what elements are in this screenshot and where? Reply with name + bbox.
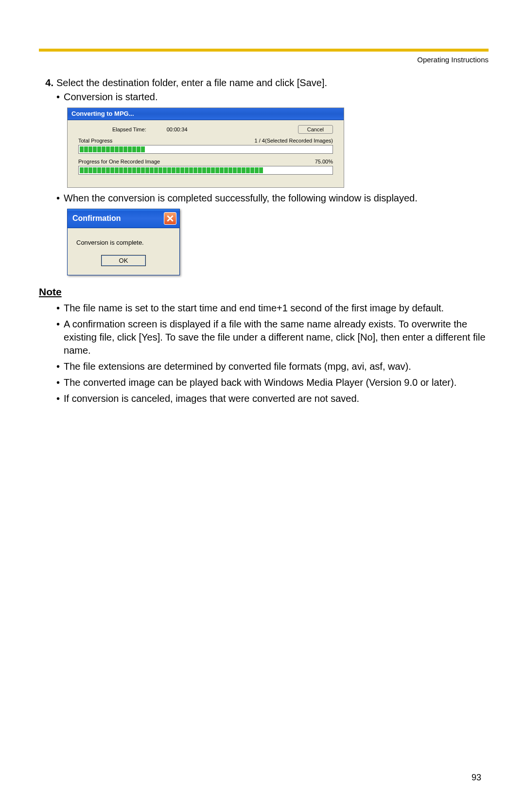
note-item: The file name is set to the start time a… — [64, 302, 444, 315]
bullet-dot: • — [56, 376, 60, 389]
elapsed-time-label: Elapsed Time: — [112, 126, 146, 132]
bullet-text-completion-window: When the conversion is completed success… — [64, 193, 418, 204]
one-image-progress-label: Progress for One Recorded Image — [78, 159, 160, 164]
confirmation-titlebar: Confirmation — [67, 209, 180, 228]
bullet-dot: • — [56, 91, 60, 103]
one-image-progress-percent: 75.00% — [315, 159, 333, 164]
dialog-title: Converting to MPG... — [71, 110, 134, 117]
one-image-progress-bar — [78, 166, 333, 175]
note-item: A confirmation screen is displayed if a … — [64, 318, 489, 357]
cancel-button[interactable]: Cancel — [298, 125, 333, 134]
note-list: •The file name is set to the start time … — [56, 302, 489, 405]
top-divider — [39, 49, 489, 52]
step-instruction: Select the destination folder, enter a f… — [56, 77, 489, 89]
step-number: 4. — [39, 77, 53, 89]
bullet-dot: • — [56, 318, 60, 357]
note-heading: Note — [39, 286, 489, 298]
bullet-dot: • — [56, 302, 60, 315]
close-icon — [167, 215, 174, 222]
header-text: Operating Instructions — [39, 55, 489, 64]
total-progress-status: 1 / 4(Selected Recorded Images) — [255, 138, 333, 144]
bullet-dot: • — [56, 392, 60, 405]
note-item: If conversion is canceled, images that w… — [64, 392, 359, 405]
bullet-text-conversion-started: Conversion is started. — [64, 91, 158, 103]
bullet-dot: • — [56, 360, 60, 373]
total-progress-label: Total Progress — [78, 138, 112, 144]
close-button[interactable] — [164, 212, 176, 225]
dialog-titlebar: Converting to MPG... — [68, 108, 344, 120]
note-item: The converted image can be played back w… — [64, 376, 456, 389]
converting-dialog: Converting to MPG... Elapsed Time: 00:00… — [67, 108, 344, 188]
confirmation-message: Conversion is complete. — [72, 239, 175, 246]
total-progress-bar — [78, 145, 333, 154]
bullet-dot: • — [56, 193, 60, 204]
elapsed-time-value: 00:00:34 — [167, 126, 188, 132]
confirmation-title: Confirmation — [72, 214, 121, 223]
note-item: The file extensions are determined by co… — [64, 360, 411, 373]
confirmation-dialog: Confirmation Conversion is complete. OK — [67, 209, 180, 275]
page-number: 93 — [472, 773, 481, 783]
ok-button[interactable]: OK — [101, 255, 146, 266]
